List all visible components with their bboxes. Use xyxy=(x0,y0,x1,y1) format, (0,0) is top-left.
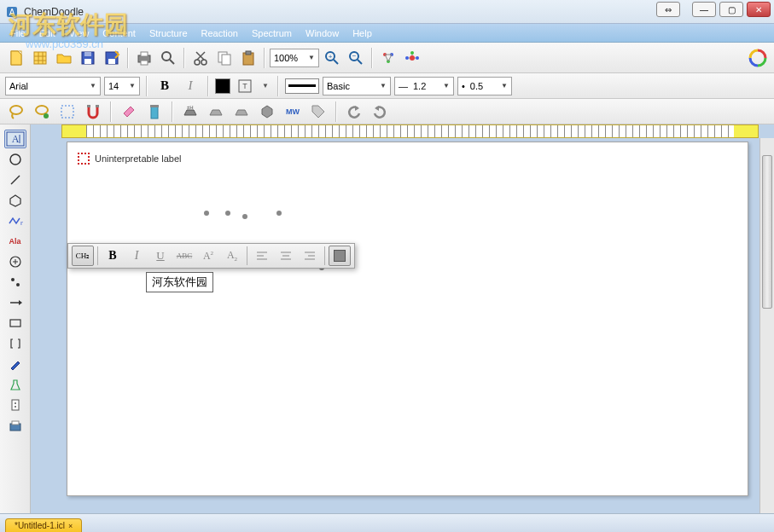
warning-text: Uninterpretable label xyxy=(95,153,182,164)
bracket-tool[interactable] xyxy=(4,334,26,353)
magnet-button[interactable] xyxy=(82,101,104,123)
text-input-box[interactable]: 河东软件园 xyxy=(146,272,213,292)
menu-help[interactable]: Help xyxy=(347,26,377,40)
menu-window[interactable]: Window xyxy=(300,26,344,40)
cleanup-button[interactable] xyxy=(377,47,399,69)
tab-close-icon[interactable]: × xyxy=(68,522,73,530)
text-align-button[interactable]: T xyxy=(234,75,256,97)
superscript-button[interactable]: A2 xyxy=(197,246,219,266)
iron3-button[interactable] xyxy=(230,101,253,123)
menu-content[interactable]: Content xyxy=(97,26,141,40)
svg-line-37 xyxy=(388,55,392,61)
dot-size-combo[interactable]: •0.5▼ xyxy=(457,77,512,95)
typewriter-tool[interactable] xyxy=(4,416,26,435)
new-template-button[interactable] xyxy=(29,47,51,69)
iron-button[interactable]: ±H xyxy=(179,101,201,123)
text-tool[interactable]: A xyxy=(4,130,26,148)
chem-format-button[interactable]: CH₂ xyxy=(72,246,94,266)
open-button[interactable] xyxy=(53,47,75,69)
circle-tool[interactable] xyxy=(4,150,26,169)
svg-rect-12 xyxy=(108,59,115,64)
warning-icon xyxy=(78,153,90,165)
paste-button[interactable] xyxy=(237,47,259,69)
tag-button[interactable] xyxy=(307,101,329,123)
menu-view[interactable]: View xyxy=(64,26,95,40)
charge-tool[interactable] xyxy=(4,252,26,271)
new-doc-button[interactable] xyxy=(5,47,27,69)
atom-dot[interactable] xyxy=(276,211,282,216)
copy-button[interactable] xyxy=(213,47,236,69)
menu-spectrum[interactable]: Spectrum xyxy=(247,26,297,40)
marquee-button[interactable] xyxy=(56,101,79,123)
font-size-combo[interactable]: 14▼ xyxy=(104,77,140,95)
line-style-combo[interactable]: Basic▼ xyxy=(323,77,391,95)
align-left-button[interactable] xyxy=(251,246,273,266)
svg-text:n: n xyxy=(20,219,23,227)
close-button[interactable]: ✕ xyxy=(747,2,771,17)
scrollbar-thumb[interactable] xyxy=(762,155,772,309)
help-button[interactable] xyxy=(747,47,769,69)
menu-structure[interactable]: Structure xyxy=(144,26,193,40)
cut-button[interactable] xyxy=(189,47,212,69)
save-button[interactable] xyxy=(77,47,99,69)
iron2-button[interactable] xyxy=(205,101,227,123)
atom-dot[interactable] xyxy=(225,211,230,216)
radical-tool[interactable] xyxy=(4,273,26,292)
pen-tool[interactable] xyxy=(4,355,26,373)
undo-button[interactable] xyxy=(343,101,365,123)
menu-edit[interactable]: Edit xyxy=(34,26,61,40)
menu-file[interactable]: File xyxy=(5,26,31,40)
redo-button[interactable] xyxy=(369,101,391,123)
svg-rect-79 xyxy=(12,421,19,425)
tab-label: *Untitled-1.icl xyxy=(15,521,65,530)
arrow-tool[interactable] xyxy=(4,293,26,312)
minimize-button[interactable]: — xyxy=(692,2,716,17)
menu-reaction[interactable]: Reaction xyxy=(196,26,243,40)
bold-button[interactable]: B xyxy=(102,246,124,266)
tlc-tool[interactable] xyxy=(4,396,26,414)
ring-tool[interactable] xyxy=(4,191,26,210)
scrollbar-vertical[interactable] xyxy=(759,138,774,513)
clear-button[interactable] xyxy=(143,101,166,123)
zoom-out-button[interactable]: − xyxy=(345,47,367,69)
eraser-button[interactable] xyxy=(118,101,140,123)
search-button[interactable] xyxy=(157,47,179,69)
molecule-button[interactable] xyxy=(401,47,423,69)
restore-aux-button[interactable]: ⇔ xyxy=(656,2,680,17)
amino-tool[interactable]: Ala xyxy=(4,232,26,251)
svg-point-41 xyxy=(410,51,414,55)
align-right-button[interactable] xyxy=(299,246,321,266)
italic-button[interactable]: I xyxy=(179,75,201,97)
shape-tool[interactable] xyxy=(4,314,26,332)
lasso-add-button[interactable] xyxy=(31,101,53,123)
document-tab[interactable]: *Untitled-1.icl × xyxy=(5,518,82,532)
print-button[interactable] xyxy=(133,47,155,69)
strike-button[interactable]: ABC xyxy=(173,246,195,266)
zoom-in-button[interactable]: + xyxy=(321,47,343,69)
save-as-button[interactable] xyxy=(101,47,123,69)
app-title: ChemDoodle xyxy=(24,6,84,18)
bold-button[interactable]: B xyxy=(154,75,176,97)
color-button[interactable] xyxy=(329,246,351,266)
document-page[interactable]: Uninterpretable label CH₂ B I U ABC A2 A… xyxy=(67,142,748,496)
text-dropdown[interactable]: ▼ xyxy=(259,75,271,97)
underline-button[interactable]: U xyxy=(149,246,172,266)
bond-tool[interactable] xyxy=(4,171,26,189)
line-width-combo[interactable]: —1.2▼ xyxy=(394,77,454,95)
lasso-button[interactable] xyxy=(5,101,27,123)
flask-tool[interactable] xyxy=(4,375,26,394)
subscript-button[interactable]: A2 xyxy=(221,246,243,266)
zoom-combo[interactable]: 100%▼ xyxy=(270,49,319,67)
menu-bar: File Edit View Content Structure Reactio… xyxy=(0,24,774,43)
maximize-button[interactable]: ▢ xyxy=(719,2,743,17)
zoom-value: 100% xyxy=(274,53,298,63)
font-combo[interactable]: Arial▼ xyxy=(5,77,101,95)
atom-dot[interactable] xyxy=(204,211,209,216)
color-swatch[interactable] xyxy=(215,78,230,94)
align-center-button[interactable] xyxy=(275,246,297,266)
chain-tool[interactable]: n xyxy=(4,211,26,230)
hexagon-button[interactable] xyxy=(256,101,278,123)
italic-button[interactable]: I xyxy=(125,246,148,266)
mw-button[interactable]: MW xyxy=(282,101,304,123)
atom-dot[interactable] xyxy=(242,214,247,219)
